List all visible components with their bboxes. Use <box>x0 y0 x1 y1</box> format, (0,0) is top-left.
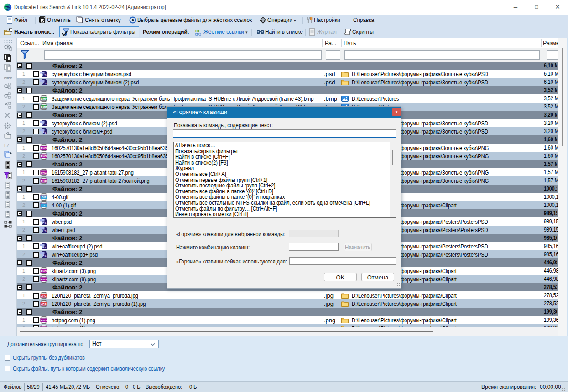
svg-text:PNG: PNG <box>41 278 47 281</box>
svg-text:JPG: JPG <box>41 303 47 305</box>
svg-text:PNG: PNG <box>41 147 47 150</box>
svg-text:Ps: Ps <box>42 81 47 85</box>
svg-text:BMP: BMP <box>41 106 47 108</box>
svg-text:GIF: GIF <box>42 196 46 199</box>
svg-text:Ps: Ps <box>42 73 47 77</box>
svg-text:Ps: Ps <box>42 221 47 225</box>
svg-text:HL: HL <box>195 29 201 33</box>
svg-text:Ps: Ps <box>42 229 47 233</box>
svg-text:PNG: PNG <box>41 319 47 322</box>
svg-text:LZ: LZ <box>4 143 10 148</box>
svg-text:PNG: PNG <box>41 155 47 158</box>
svg-text:GIF: GIF <box>42 204 46 207</box>
svg-text:PNG: PNG <box>41 270 47 273</box>
svg-text:PNG: PNG <box>41 180 47 182</box>
svg-text:Ps: Ps <box>42 122 47 126</box>
svg-text:Ps: Ps <box>42 130 47 134</box>
svg-text:Ps: Ps <box>42 253 47 258</box>
svg-text:JPG: JPG <box>41 294 47 297</box>
svg-text:BMP: BMP <box>41 98 47 100</box>
svg-text:PNG: PNG <box>41 171 47 174</box>
svg-text:Ps: Ps <box>42 245 47 249</box>
